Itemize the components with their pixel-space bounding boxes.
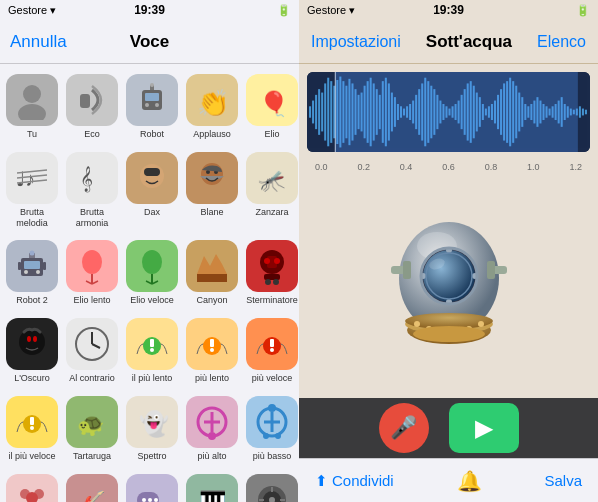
time-label-08: 0.8	[485, 162, 498, 172]
voice-item-piu-basso[interactable]: più basso	[244, 392, 299, 466]
svg-text:🐢: 🐢	[77, 411, 105, 438]
voice-item-piu-veloce[interactable]: più veloce	[244, 314, 299, 388]
voice-item-tartaruga[interactable]: 🐢 Tartaruga	[64, 392, 120, 466]
voice-item-alcontrario[interactable]: Al contrario	[64, 314, 120, 388]
svg-text:𝄞: 𝄞	[80, 166, 93, 193]
voice-icon-sussurro	[126, 474, 178, 502]
elenco-button[interactable]: Elenco	[537, 33, 586, 51]
voice-item-brutta-melodia[interactable]: ♩♪ Brutta melodia	[4, 148, 60, 233]
impostazioni-button[interactable]: Impostazioni	[311, 33, 401, 51]
voice-item-canyon[interactable]: Canyon	[184, 236, 240, 310]
voice-icon-canyon	[186, 240, 238, 292]
svg-point-92	[154, 498, 158, 502]
svg-text:🎸: 🎸	[78, 489, 106, 502]
voice-icon-brutta-armonia: 𝄞	[66, 152, 118, 204]
svg-point-65	[270, 348, 274, 352]
svg-rect-108	[327, 78, 329, 147]
voice-icon-piu-veloce	[246, 318, 298, 370]
svg-point-1	[18, 104, 46, 120]
right-panel: Gestore ▾ 19:39 🔋 Impostazioni Sott'acqu…	[299, 0, 598, 502]
voice-icon-elio: 🎈	[246, 74, 298, 126]
salva-button[interactable]: Salva	[544, 472, 582, 489]
voice-item-blane[interactable]: Blane	[184, 148, 240, 233]
cancel-button[interactable]: Annulla	[10, 32, 67, 52]
voice-item-sussurro[interactable]: Sussurro	[124, 470, 180, 502]
svg-point-199	[423, 250, 475, 302]
status-time-left: 19:39	[134, 3, 165, 17]
status-right-icons-left: 🔋	[277, 4, 291, 17]
time-label-12: 1.2	[569, 162, 582, 172]
voice-label-alcontrario: Al contrario	[69, 373, 115, 384]
svg-rect-103	[312, 101, 314, 124]
svg-rect-4	[145, 93, 159, 101]
svg-point-52	[27, 336, 31, 342]
voice-icon-zanzara: 🦟	[246, 152, 298, 204]
svg-point-68	[30, 426, 34, 430]
voice-item-applauso[interactable]: 👏 Applauso	[184, 70, 240, 144]
voice-icon-applauso: 👏	[186, 74, 238, 126]
voice-item-loscuro[interactable]: L'Oscuro	[4, 314, 60, 388]
voice-item-elio-veloce[interactable]: Elio veloce	[124, 236, 180, 310]
voice-item-elio-lento[interactable]: Elio lento	[64, 236, 120, 310]
voice-label-piu-alto: più alto	[197, 451, 226, 462]
voice-label-tartaruga: Tartaruga	[73, 451, 111, 462]
voice-item-tu[interactable]: Tu	[4, 70, 60, 144]
voice-item-chitarra[interactable]: 🎸 Chitarra	[64, 470, 120, 502]
svg-rect-42	[192, 246, 197, 286]
voice-icon-piu-basso	[246, 396, 298, 448]
voice-icon-dax	[126, 152, 178, 204]
voice-icon-elio-lento	[66, 240, 118, 292]
svg-rect-207	[487, 261, 495, 279]
voice-icon-loscuro	[6, 318, 58, 370]
voice-item-sterminatore[interactable]: Sterminatore	[244, 236, 299, 310]
svg-rect-43	[227, 246, 232, 286]
svg-rect-106	[321, 93, 323, 132]
voice-item-piu-lento[interactable]: più lento	[184, 314, 240, 388]
left-header: Annulla Voce	[0, 20, 299, 64]
record-button[interactable]: 🎤	[379, 403, 429, 453]
voice-item-spettro[interactable]: 👻 Spettro	[124, 392, 180, 466]
time-label-0: 0.0	[315, 162, 328, 172]
voice-item-robot[interactable]: Robot	[124, 70, 180, 144]
svg-rect-105	[318, 89, 320, 135]
svg-point-47	[274, 258, 280, 264]
bell-icon[interactable]: 🔔	[457, 469, 482, 493]
svg-rect-102	[309, 106, 311, 117]
voice-item-eco[interactable]: Eco	[64, 70, 120, 144]
condividi-button[interactable]: ⬆ Condividi	[315, 472, 394, 490]
diving-helmet	[379, 216, 519, 356]
svg-rect-61	[210, 339, 214, 347]
time-label-04: 0.4	[400, 162, 413, 172]
waveform-time-labels: 0.0 0.2 0.4 0.6 0.8 1.0 1.2	[307, 160, 590, 174]
svg-point-79	[263, 433, 269, 439]
svg-rect-209	[403, 261, 411, 279]
voice-label-robot2: Robot 2	[16, 295, 48, 306]
status-time-right: 19:39	[433, 3, 464, 17]
voice-item-coro[interactable]: Coro	[4, 470, 60, 502]
voice-item-zanzara[interactable]: 🦟 Zanzara	[244, 148, 299, 233]
svg-text:🎈: 🎈	[259, 89, 289, 118]
voice-item-organo[interactable]: 🎹 Organo	[184, 470, 240, 502]
voice-label-brutta-melodia: Brutta melodia	[6, 207, 58, 229]
svg-rect-193	[585, 110, 587, 115]
voice-label-piu-veloce: più veloce	[252, 373, 293, 384]
voice-item-elio[interactable]: 🎈 Elio	[244, 70, 299, 144]
svg-point-27	[36, 270, 40, 274]
voice-item-ilpiu-veloce[interactable]: il più veloce	[4, 392, 60, 466]
voice-item-piu-alto[interactable]: più alto	[184, 392, 240, 466]
voice-item-dax[interactable]: Dax	[124, 148, 180, 233]
svg-rect-58	[150, 339, 154, 347]
svg-rect-48	[264, 274, 280, 280]
svg-text:👻: 👻	[139, 409, 169, 438]
left-title: Voce	[130, 32, 169, 52]
voice-item-robot2[interactable]: Robot 2	[4, 236, 60, 310]
svg-point-218	[413, 326, 485, 342]
voice-item-brutta-armonia[interactable]: 𝄞 Brutta armonia	[64, 148, 120, 233]
voice-item-ilpiu-lento[interactable]: il più lento	[124, 314, 180, 388]
play-button[interactable]: ▶	[449, 403, 519, 453]
voice-item-distorto[interactable]: Distorto	[244, 470, 299, 502]
svg-point-49	[265, 279, 271, 285]
svg-rect-191	[579, 106, 581, 117]
status-bar-left: Gestore ▾ 19:39 🔋	[0, 0, 299, 20]
svg-point-213	[414, 321, 420, 327]
